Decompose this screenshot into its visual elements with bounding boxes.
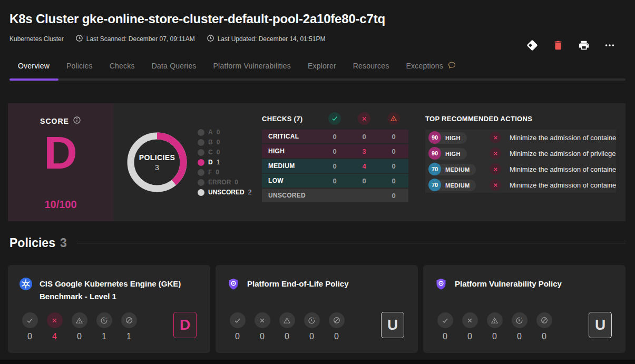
jira-icon[interactable]	[523, 36, 542, 55]
svg-text:z: z	[313, 316, 315, 319]
info-icon[interactable]	[73, 116, 81, 126]
score-fraction: 10/100	[44, 199, 76, 211]
failed-x-icon	[490, 132, 501, 143]
risk-score-badge: 90	[428, 147, 441, 160]
stat-errors: 0	[279, 312, 295, 341]
checks-row-unscored: UNSCORED 0	[262, 189, 408, 202]
stat-failed: 0	[254, 312, 270, 341]
warning-triangle-icon	[487, 312, 503, 328]
check-icon	[230, 312, 246, 328]
risk-score-badge: 90	[428, 131, 441, 144]
stat-errors: 0	[71, 312, 87, 341]
policy-cards-row: CIS Google Kubernetes Engine (GKE) Bench…	[8, 265, 626, 353]
header-actions	[523, 36, 619, 55]
policy-card-platform-eol[interactable]: Platform End-of-Life Policy 0 0 0 z 0 0	[216, 265, 418, 353]
svg-text:z: z	[105, 316, 107, 319]
comment-bubble-icon	[447, 61, 456, 71]
legend-item-b: B0	[198, 139, 251, 146]
tab-resources[interactable]: Resources	[345, 55, 398, 78]
error-column-icon	[379, 112, 408, 125]
policy-shield-icon	[435, 278, 447, 292]
policy-card-cis-gke-benchmark[interactable]: CIS Google Kubernetes Engine (GKE) Bench…	[8, 265, 210, 353]
tab-overview[interactable]: Overview	[9, 55, 58, 78]
bottom-strip	[0, 360, 635, 364]
donut-center-value: 3	[155, 163, 159, 172]
action-text: Minimize the admission of containers wit…	[510, 134, 616, 142]
recommended-action-row[interactable]: HIGH90 Minimize the admission of privile…	[425, 145, 616, 161]
stat-snoozed: z 1	[96, 312, 112, 341]
tab-policies[interactable]: Policies	[58, 55, 101, 78]
stat-snoozed: z 0	[511, 312, 527, 341]
check-icon	[22, 312, 38, 328]
policies-section-heading: Policies 3	[9, 236, 626, 250]
tab-data-queries[interactable]: Data Queries	[143, 55, 205, 78]
overview-summary-panel: SCORE D 10/100 POLICIES 3 A0 B0 C0 D1 F0…	[8, 103, 626, 221]
top-recommended-actions: TOP RECOMMENDED ACTIONS HIGH90 Minimize …	[408, 103, 626, 221]
checks-row-critical: CRITICAL 0 0 0	[262, 130, 408, 143]
asset-type-label: Kubernetes Cluster	[9, 35, 64, 43]
passed-column-icon	[320, 112, 349, 125]
print-icon[interactable]	[574, 36, 593, 55]
policy-card-stats: 0 0 0 z 0 0	[437, 312, 552, 341]
clock-icon	[207, 34, 214, 44]
stat-disabled: 1	[121, 312, 137, 341]
legend-item-a: A0	[198, 129, 251, 136]
stat-failed: 4	[46, 312, 63, 341]
stat-passed: 0	[22, 312, 38, 341]
risk-score-badge: 70	[428, 179, 441, 191]
tab-track	[9, 78, 626, 81]
failed-x-icon	[490, 147, 501, 159]
last-updated: Last Updated: December 14, 01:51PM	[207, 34, 326, 44]
snooze-icon: z	[96, 312, 112, 328]
section-divider	[76, 243, 626, 243]
policy-grade-badge: U	[589, 312, 612, 338]
failed-x-icon	[490, 163, 501, 175]
failed-column-icon	[349, 112, 379, 125]
policy-card-stats: 0 4 0 z 1 1	[22, 312, 137, 341]
x-icon	[462, 312, 478, 328]
warning-triangle-icon	[72, 312, 87, 328]
tab-platform-vulnerabilities[interactable]: Platform Vulnerabilities	[205, 55, 299, 78]
legend-item-error: ERROR0	[198, 179, 251, 186]
checks-summary-table: CHECKS (7) CRITICAL 0 0 0 HIGH 0 3 0 MED…	[262, 103, 408, 221]
more-options-icon[interactable]	[600, 36, 619, 55]
actions-title: TOP RECOMMENDED ACTIONS	[425, 111, 616, 126]
last-scanned: Last Scanned: December 07, 09:11AM	[75, 34, 195, 44]
legend-item-f: F0	[198, 169, 251, 176]
svg-text:z: z	[521, 316, 522, 319]
tab-bar: Overview Policies Checks Data Queries Pl…	[9, 55, 626, 81]
score-card: SCORE D 10/100	[8, 103, 113, 221]
stat-failed: 0	[462, 312, 478, 341]
policies-donut-section: POLICIES 3 A0 B0 C0 D1 F0 ERROR0 UNSCORE…	[113, 103, 262, 221]
tab-checks[interactable]: Checks	[101, 55, 143, 78]
policy-card-platform-vulnerability[interactable]: Platform Vulnerability Policy 0 0 0 z 0 …	[423, 265, 626, 353]
page-title: K8s Cluster gke-online-store-cluster-def…	[9, 12, 618, 26]
snooze-icon: z	[304, 312, 320, 328]
policies-count: 3	[60, 236, 67, 250]
snooze-icon: z	[512, 312, 527, 328]
score-label: SCORE	[40, 117, 69, 125]
disabled-icon	[121, 312, 137, 328]
stat-passed: 0	[229, 312, 246, 341]
recommended-action-row[interactable]: HIGH90 Minimize the admission of contain…	[425, 130, 616, 145]
warning-triangle-icon	[279, 312, 295, 328]
clock-icon	[75, 34, 83, 44]
stat-disabled: 0	[536, 312, 552, 341]
tab-exceptions[interactable]: Exceptions	[397, 55, 464, 78]
checks-row-high: HIGH 0 3 0	[262, 144, 408, 158]
recommended-action-row[interactable]: MEDIUM70 Minimize the admission of conta…	[425, 161, 616, 177]
policies-heading-label: Policies	[9, 236, 55, 250]
legend-item-unscored: UNSCORED2	[198, 189, 251, 196]
stat-passed: 0	[437, 312, 453, 341]
action-text: Minimize the admission of containers wis…	[510, 165, 616, 173]
delete-icon[interactable]	[549, 36, 568, 55]
x-icon	[47, 312, 63, 328]
policy-shield-icon	[227, 278, 240, 292]
recommended-action-row[interactable]: MEDIUM70 Minimize the admission of conta…	[425, 177, 616, 193]
score-grade: D	[44, 130, 77, 176]
stat-snoozed: z 0	[304, 312, 320, 341]
active-tab-indicator	[9, 78, 58, 81]
check-icon	[437, 312, 453, 328]
policy-grade-badge: D	[173, 312, 197, 338]
tab-explorer[interactable]: Explorer	[299, 55, 345, 78]
